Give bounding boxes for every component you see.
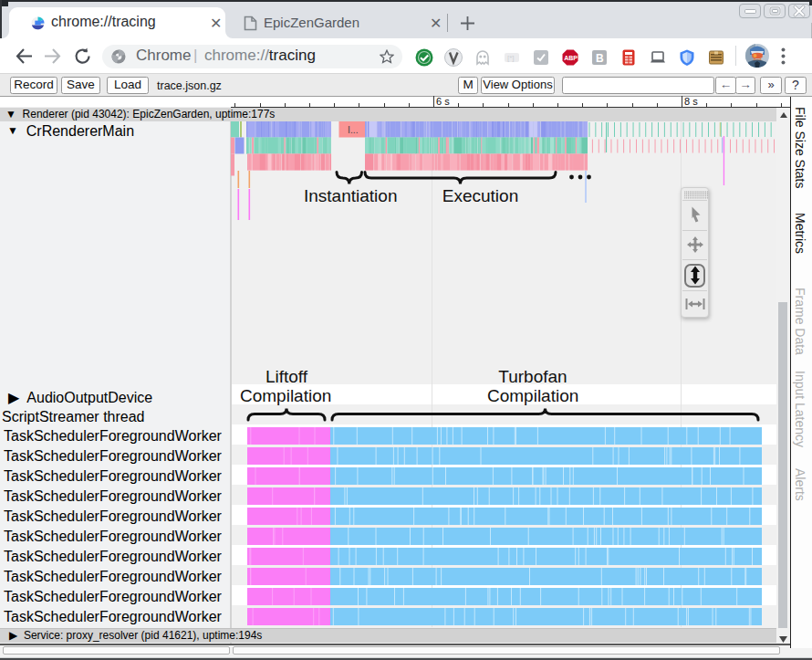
svg-text:I...: I...	[348, 124, 359, 135]
svg-text:ABP: ABP	[564, 55, 578, 61]
svg-text:B: B	[596, 52, 604, 65]
svg-text:[*]: [*]	[507, 54, 515, 62]
